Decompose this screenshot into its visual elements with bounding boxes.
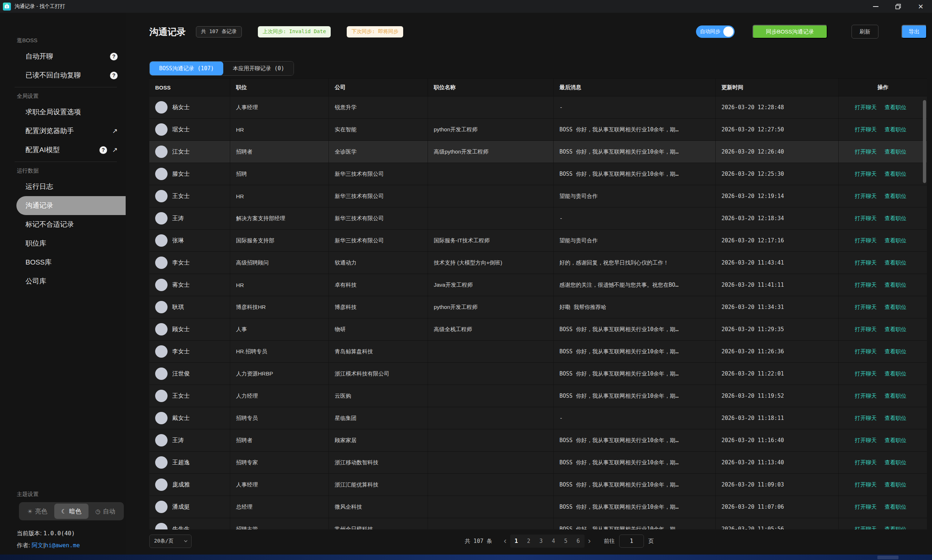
sidebar-item-auto-chat[interactable]: 自动开聊 ? [0,47,126,66]
sidebar-item-job-library[interactable]: 职位库 [0,234,126,253]
open-chat-link[interactable]: 打开聊天 [855,482,876,488]
prev-page-button[interactable]: ‹ [500,536,510,546]
goto-page-input[interactable] [619,535,644,548]
open-chat-link[interactable]: 打开聊天 [855,193,876,200]
author-email-link[interactable]: hi@awen.me [45,542,80,549]
view-job-link[interactable]: 查看职位 [885,215,906,222]
table-row[interactable]: 李女士 HR.招聘专员 青岛鲸算盘科技 BOSS 你好，我从事互联网相关行业10… [149,341,927,363]
table-row[interactable]: 江女士 招聘者 全诊医学 高级python开发工程师 BOSS 你好，我从事互联… [149,141,927,163]
sidebar-item-communication-records[interactable]: 沟通记录 [16,196,126,215]
avatar [155,146,168,158]
close-button[interactable]: × [909,0,932,13]
sidebar-item-global-options[interactable]: 求职全局设置选项 [0,103,126,122]
table-row[interactable]: 耿琪 博彦科技HR 博彦科技 python开发工程师 好嘞 我帮你推荐哈 202… [149,296,927,318]
view-job-link[interactable]: 查看职位 [885,371,906,377]
open-chat-link[interactable]: 打开聊天 [855,392,876,400]
sidebar-item-browser-helper[interactable]: 配置浏览器助手 ↗ [0,122,126,140]
restore-button[interactable] [887,0,909,13]
open-chat-link[interactable]: 打开聊天 [855,237,876,244]
open-chat-link[interactable]: 打开聊天 [855,282,876,289]
sync-boss-records-button[interactable]: 同步BOSS沟通记录 [753,25,827,38]
table-row[interactable]: 庞成雅 人事经理 浙江汇能优算科技 BOSS 你好，我从事互联网相关行业10余年… [149,474,927,496]
open-chat-link[interactable]: 打开聊天 [855,415,876,422]
table-row[interactable]: 琚女士 HR 实在智能 python开发工程师 BOSS 你好，我从事互联网相关… [149,118,927,141]
open-chat-link[interactable]: 打开聊天 [855,171,876,178]
view-job-link[interactable]: 查看职位 [885,437,906,444]
sidebar-item-boss-library[interactable]: BOSS库 [0,253,126,272]
view-job-link[interactable]: 查看职位 [885,415,906,422]
scrollbar-thumb[interactable] [923,100,926,183]
author-link[interactable]: 阿文 [32,542,43,548]
open-chat-link[interactable]: 打开聊天 [855,104,876,111]
help-icon[interactable]: ? [99,146,107,154]
sidebar-item-company-library[interactable]: 公司库 [0,272,126,291]
table-row[interactable]: 张琳 国际服务支持部 新华三技术有限公司 国际服务-IT技术工程师 望能与贵司合… [149,229,927,252]
view-job-link[interactable]: 查看职位 [885,193,906,200]
view-job-link[interactable]: 查看职位 [885,482,906,488]
sidebar-item-ai-model[interactable]: 配置AI模型 ? ↗ [0,140,126,159]
view-job-link[interactable]: 查看职位 [885,348,906,355]
export-button[interactable]: 导出 [901,25,927,38]
view-job-link[interactable]: 查看职位 [885,282,906,289]
table-row[interactable]: 牛先生 招聘主管 常州全日橙科技 BOSS 你好，我从事互联网相关行业10余年，… [149,518,927,529]
next-page-button[interactable]: › [585,536,594,546]
view-job-link[interactable]: 查看职位 [885,260,906,266]
view-job-link[interactable]: 查看职位 [885,171,906,178]
view-job-link[interactable]: 查看职位 [885,148,906,155]
table-row[interactable]: 蒋女士 HR 卓有科技 Java开发工程师 感谢您的关注，很遗憾不能与您共事。祝… [149,274,927,296]
table-row[interactable]: 戴女士 招聘专员 星临集团 - 2026-03-20 11:18:11 打开聊天… [149,407,927,429]
table-row[interactable]: 王女士 HR 新华三技术有限公司 望能与贵司合作 2026-03-20 12:1… [149,185,927,208]
help-icon[interactable]: ? [110,72,118,79]
view-job-link[interactable]: 查看职位 [885,392,906,400]
table-row[interactable]: 汪世俊 人力资源HRBP 浙江模术科技有限公司 BOSS 你好，我从事互联网相关… [149,363,927,385]
page-number-5[interactable]: 5 [560,535,572,548]
open-chat-link[interactable]: 打开聊天 [855,526,876,530]
view-job-link[interactable]: 查看职位 [885,526,906,530]
view-job-link[interactable]: 查看职位 [885,304,906,311]
open-chat-link[interactable]: 打开聊天 [855,371,876,377]
table-row[interactable]: 王涛 解决方案支持部经理 新华三技术有限公司 - 2026-03-20 12:1… [149,208,927,229]
open-chat-link[interactable]: 打开聊天 [855,326,876,333]
view-job-link[interactable]: 查看职位 [885,326,906,333]
open-chat-link[interactable]: 打开聊天 [855,260,876,266]
view-job-link[interactable]: 查看职位 [885,504,906,511]
open-chat-link[interactable]: 打开聊天 [855,437,876,444]
view-job-link[interactable]: 查看职位 [885,104,906,111]
theme-auto-button[interactable]: ◷ 自动 [88,504,122,519]
open-chat-link[interactable]: 打开聊天 [855,504,876,511]
theme-dark-button[interactable]: ☾ 暗色 [54,504,88,519]
open-chat-link[interactable]: 打开聊天 [855,126,876,133]
tab-app-records[interactable]: 本应用开聊记录 (0) [223,62,293,75]
table-row[interactable]: 王涛 招聘者 顾家家居 BOSS 你好，我从事互联网相关行业10余年，期… 20… [149,429,927,452]
page-number-4[interactable]: 4 [548,535,560,548]
tab-boss-records[interactable]: BOSS沟通记录 (107) [150,62,223,75]
sidebar-item-run-log[interactable]: 运行日志 [0,177,126,196]
minimize-button[interactable] [864,0,887,13]
view-job-link[interactable]: 查看职位 [885,237,906,244]
table-row[interactable]: 顾女士 人事 物研 高级全栈工程师 BOSS 你好，我从事互联网相关行业10余年… [149,318,927,341]
table-row[interactable]: 王女士 人力经理 云医购 BOSS 你好，我从事互联网相关行业10余年，期… 2… [149,385,927,407]
page-number-6[interactable]: 6 [572,535,585,548]
open-chat-link[interactable]: 打开聊天 [855,215,876,222]
sidebar-item-auto-rechat[interactable]: 已读不回自动复聊 ? [0,66,126,85]
table-row[interactable]: 李女士 高级招聘顾问 软通动力 技术支持 (大模型方向+倒班) 好的，感谢回复，… [149,252,927,274]
page-number-3[interactable]: 3 [535,535,548,548]
page-size-select[interactable]: 20条/页 [149,535,191,548]
table-row[interactable]: 杨女士 人事经理 锐意升学 - 2026-03-20 12:28:48 打开聊天… [149,97,927,118]
sidebar-item-unsuitable-records[interactable]: 标记不合适记录 [0,215,126,234]
help-icon[interactable]: ? [110,53,118,60]
open-chat-link[interactable]: 打开聊天 [855,148,876,155]
page-number-1[interactable]: 1 [510,535,523,548]
auto-sync-toggle[interactable]: 自动同步 [696,25,734,38]
theme-light-button[interactable]: ☀ 亮色 [20,504,54,519]
view-job-link[interactable]: 查看职位 [885,459,906,466]
refresh-button[interactable]: 刷新 [852,25,878,38]
table-row[interactable]: 滕女士 招聘 新华三技术有限公司 BOSS 你好，我从事互联网相关行业10余年，… [149,163,927,185]
open-chat-link[interactable]: 打开聊天 [855,304,876,311]
open-chat-link[interactable]: 打开聊天 [855,459,876,466]
table-row[interactable]: 潘成挺 总经理 微风企科技 BOSS 你好，我从事互联网相关行业10余年，期… … [149,496,927,518]
view-job-link[interactable]: 查看职位 [885,126,906,133]
open-chat-link[interactable]: 打开聊天 [855,348,876,355]
page-number-2[interactable]: 2 [523,535,535,548]
table-row[interactable]: 王超逸 招聘专家 浙江移动数智科技 BOSS 你好，我从事互联网相关行业10余年… [149,452,927,474]
